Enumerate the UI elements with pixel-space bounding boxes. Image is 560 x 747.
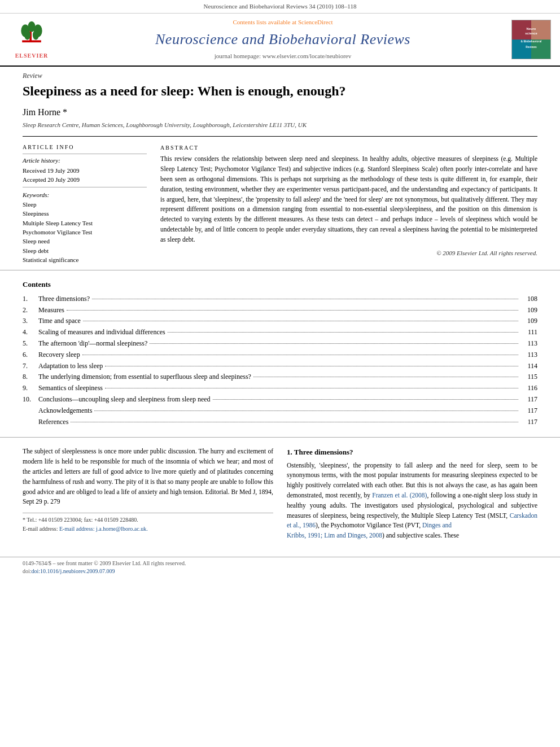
toc-number: 4. <box>23 327 38 337</box>
toc-dots <box>94 410 518 411</box>
toc-page: 114 <box>520 361 537 371</box>
ref-and: and <box>442 522 452 528</box>
toc-label: References <box>38 417 68 427</box>
toc-label: The afternoon 'dip'—normal sleepiness? <box>38 339 147 348</box>
abstract-header: Abstract <box>160 143 537 152</box>
svg-text:Reviews: Reviews <box>526 46 537 49</box>
toc-number: 2. <box>23 305 38 315</box>
contents-section: Contents 1.Three dimensions?1082.Measure… <box>0 270 560 438</box>
toc-label: Measures <box>38 305 64 315</box>
toc-number: 5. <box>23 339 38 348</box>
article-info-column: Article Info Article history: Received 1… <box>23 143 147 265</box>
toc-dots <box>82 355 518 355</box>
sciencedirect-line: Contents lists available at ScienceDirec… <box>63 18 502 27</box>
toc-page: 117 <box>520 395 537 404</box>
email-link[interactable]: E-mail address: j.a.horne@lboro.ac.uk. <box>59 526 148 532</box>
toc-dots <box>253 377 518 377</box>
svg-text:Neuro: Neuro <box>527 27 536 30</box>
ref-franzen: Franzen et al. (2008) <box>372 492 427 499</box>
toc-number: 8. <box>23 372 38 382</box>
toc-item: 7.Adaptation to less sleep114 <box>23 361 537 371</box>
body-right-text: Ostensibly, 'sleepiness', the propensity… <box>287 461 537 541</box>
toc-page: 113 <box>520 350 537 360</box>
toc-item: References117 <box>23 417 537 427</box>
toc-dots <box>83 321 518 321</box>
toc-item: 2.Measures109 <box>23 305 537 315</box>
toc-label: Scaling of measures and individual diffe… <box>38 327 165 337</box>
toc-item: 1.Three dimensions?108 <box>23 294 537 304</box>
toc-label: Conclusions—uncoupling sleep and sleepin… <box>38 395 211 404</box>
svg-text:& Biobehavioral: & Biobehavioral <box>521 40 542 43</box>
article-info-header: Article Info <box>23 143 147 151</box>
toc-item: 5.The afternoon 'dip'—normal sleepiness?… <box>23 339 537 348</box>
journal-citation: Neuroscience and Biobehavioral Reviews 3… <box>204 3 357 10</box>
article-title: Sleepiness as a need for sleep: When is … <box>0 81 560 103</box>
keywords-label: Keywords: <box>23 191 147 199</box>
author-affiliation: Sleep Research Centre, Human Sciences, L… <box>0 120 560 134</box>
toc-dots <box>150 343 518 344</box>
keyword-sleepiness: Sleepiness <box>23 209 147 218</box>
toc-dots <box>213 399 518 400</box>
received-date: Received 19 July 2009 <box>23 167 147 175</box>
keyword-pvt: Psychomotor Vigilance Test <box>23 228 147 237</box>
toc-dots <box>105 388 518 388</box>
body-left-column: The subject of sleeplessness is once mor… <box>23 447 273 545</box>
toc-label: Acknowledgements <box>38 406 92 416</box>
toc-page: 109 <box>520 305 537 315</box>
toc-item: 10.Conclusions—uncoupling sleep and slee… <box>23 395 537 404</box>
toc-dots <box>105 366 518 366</box>
doi-link[interactable]: doi:10.1016/j.neubiorev.2009.07.009 <box>32 568 115 574</box>
keyword-statistical: Statistical significance <box>23 256 147 264</box>
svg-point-3 <box>24 30 30 40</box>
keyword-mslt: Multiple Sleep Latency Test <box>23 219 147 228</box>
abstract-column: Abstract This review considers the relat… <box>160 143 537 265</box>
toc-page: 108 <box>520 294 537 304</box>
keywords-divider <box>23 187 147 187</box>
journal-title-block: Contents lists available at ScienceDirec… <box>63 18 502 60</box>
toc-page: 115 <box>520 372 537 382</box>
footnote-email: E-mail address: E-mail address: j.a.horn… <box>23 525 273 534</box>
body-right-column: 1. Three dimensions? Ostensibly, 'sleepi… <box>287 447 537 545</box>
elsevier-tree-icon <box>16 19 47 51</box>
toc-item: 3.Time and space109 <box>23 316 537 326</box>
sciencedirect-prefix: Contents lists available at <box>233 19 296 25</box>
doi-line: doi:doi:10.1016/j.neubiorev.2009.07.009 <box>23 567 537 575</box>
toc-list: 1.Three dimensions?1082.Measures1093.Tim… <box>23 294 537 427</box>
toc-label: Recovery sleep <box>38 350 80 360</box>
toc-dots <box>67 310 518 311</box>
svg-point-5 <box>33 30 39 40</box>
keyword-sleep: Sleep <box>23 200 147 209</box>
toc-number: 3. <box>23 316 38 326</box>
toc-dots <box>92 299 518 299</box>
toc-page: 109 <box>520 316 537 326</box>
toc-page: 117 <box>520 406 537 416</box>
history-label: Article history: <box>23 156 147 165</box>
keyword-sleep-debt: Sleep debt <box>23 247 147 255</box>
svg-point-6 <box>28 21 35 32</box>
toc-item: 9.Semantics of sleepiness116 <box>23 383 537 393</box>
author-name-text: Jim Horne * <box>23 107 67 117</box>
toc-number: 9. <box>23 383 38 393</box>
toc-number: 10. <box>23 395 38 404</box>
toc-item: Acknowledgements117 <box>23 406 537 416</box>
toc-dots <box>168 332 518 333</box>
footnote-tel: * Tel.: +44 01509 223004; fax: +44 01509… <box>23 516 273 525</box>
article-type: Review <box>0 67 560 82</box>
toc-label: Semantics of sleepiness <box>38 383 103 393</box>
copyright-line: © 2009 Elsevier Ltd. All rights reserved… <box>160 248 537 258</box>
journal-header: ELSEVIER Contents lists available at Sci… <box>0 14 560 66</box>
author-name: Jim Horne * <box>0 104 560 120</box>
top-bar: Neuroscience and Biobehavioral Reviews 3… <box>0 0 560 14</box>
toc-dots <box>71 422 518 422</box>
footnote-area: * Tel.: +44 01509 223004; fax: +44 01509… <box>23 513 273 533</box>
body-section: The subject of sleeplessness is once mor… <box>0 438 560 554</box>
toc-number: 1. <box>23 294 38 304</box>
section-1-heading: 1. Three dimensions? <box>287 447 537 458</box>
ref-carskadon: Carskadon et al., 1986 <box>287 512 537 529</box>
journal-thumbnail: Neuro science & Biobehavioral Reviews <box>511 20 551 59</box>
toc-label: The underlying dimension; from essential… <box>38 372 251 382</box>
contents-title: Contents <box>23 279 537 290</box>
ref-dinges: Dinges and <box>422 522 452 528</box>
toc-number: 6. <box>23 350 38 360</box>
elsevier-wordmark: ELSEVIER <box>15 52 49 60</box>
